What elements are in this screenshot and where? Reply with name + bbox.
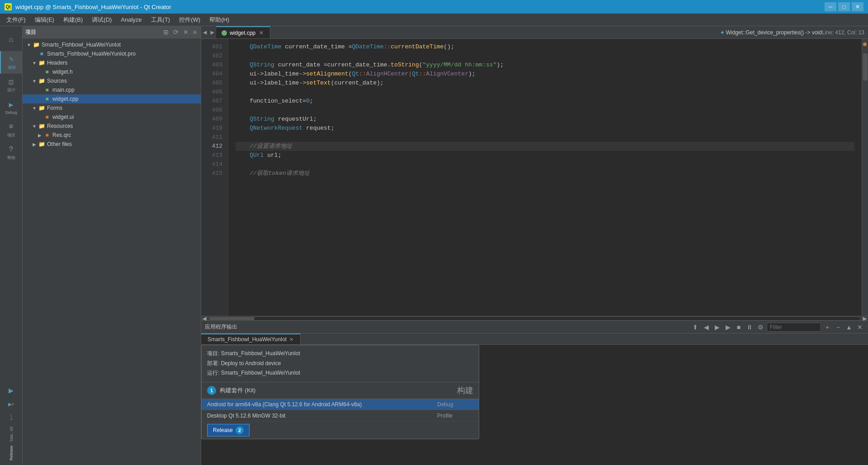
menu-edit[interactable]: 编辑(E) — [30, 14, 59, 26]
line-num-407: 407 — [201, 97, 228, 106]
code-line-411 — [236, 133, 854, 142]
close-button[interactable]: ✕ — [852, 2, 863, 11]
menu-file[interactable]: 文件(F) — [2, 14, 30, 26]
output-prev-btn[interactable]: ◀ — [702, 323, 711, 332]
panel-menu-icon[interactable]: ≡ — [192, 28, 198, 36]
menu-tools[interactable]: 工具(T) — [146, 14, 175, 26]
output-tab-close[interactable]: ✕ — [288, 337, 294, 342]
arrow-icon: ▼ — [26, 42, 32, 47]
run-button[interactable]: ▶ — [3, 384, 19, 397]
window-title: widget.cpp @ Smarts_Fishbowl_HuaWeiYunIo… — [15, 4, 825, 10]
tree-resources-folder[interactable]: ▼ 📁 Resources — [23, 122, 201, 131]
tree-sources-folder[interactable]: ▼ 📁 Sources — [23, 76, 201, 85]
step1-badge: 1 — [207, 386, 216, 395]
tree-item-label: Smarts_Fishbowl_HuaWeiYunIot — [42, 42, 121, 48]
tree-forms-folder[interactable]: ▼ 📁 Forms — [23, 103, 201, 113]
menu-help[interactable]: 帮助(H) — [205, 14, 234, 26]
line-num-402: 402 — [201, 52, 228, 61]
sidebar-project-btn[interactable]: ≡ 项目 — [0, 119, 23, 141]
output-run-btn[interactable]: ▶ — [723, 323, 732, 332]
code-line-404: ui->label_time->setAlignment(Qt::AlignHC… — [236, 70, 854, 79]
run-debug-button[interactable]: ▶D — [3, 398, 19, 410]
stop-button[interactable]: ⤵ — [3, 411, 19, 424]
filter-icon[interactable]: ⊞ — [162, 28, 170, 36]
sidebar-edit-btn[interactable]: ✎ 编辑 — [0, 51, 23, 74]
tree-item-label: widget.h — [52, 69, 73, 75]
output-plus-btn[interactable]: + — [823, 323, 832, 332]
output-pause-btn[interactable]: ⏸ — [745, 323, 754, 332]
minimize-button[interactable]: ─ — [825, 2, 836, 11]
output-settings-btn[interactable]: ⚙ — [756, 323, 765, 332]
output-next-btn[interactable]: ▶ — [712, 323, 722, 332]
menu-controls[interactable]: 控件(W) — [175, 14, 205, 26]
folder-icon: 📁 — [38, 59, 45, 66]
output-filter-input[interactable] — [767, 323, 821, 332]
arrow-icon: ▼ — [32, 78, 37, 84]
line-num-412: 412 — [201, 142, 228, 151]
line-numbers: 401 402 403 404 405 406 407 408 409 410 … — [201, 39, 228, 316]
kit-row-android[interactable]: Android for arm64-v8a (Clang Qt 5.12.6 f… — [202, 399, 479, 410]
sidebar-help-btn[interactable]: ? 帮助 — [0, 141, 23, 164]
code-line-409: QString requestUrl; — [236, 115, 854, 124]
arrow-icon: ▼ — [32, 60, 37, 66]
tree-item-label: Smarts_Fishbowl_HuaWeiYunIot.pro — [47, 51, 136, 57]
sync-icon[interactable]: ⟳ — [172, 28, 180, 36]
tree-widget-h[interactable]: ■ widget.h — [23, 67, 201, 76]
right-scrollbar[interactable] — [862, 39, 868, 316]
line-num-403: 403 — [201, 61, 228, 70]
line-num-401: 401 — [201, 42, 228, 52]
project-panel-title: 项目 — [25, 28, 36, 36]
output-stop-btn[interactable]: ■ — [734, 323, 743, 332]
sidebar-design-btn[interactable]: ◫ 设计 — [0, 74, 23, 96]
sidebar-debug-btn[interactable]: ▶ Debug — [0, 96, 23, 119]
kit-row-desktop[interactable]: Desktop Qt 5.12.6 MinGW 32-bit Profile — [202, 410, 479, 422]
project-tree: ▼ 📁 Smarts_Fishbowl_HuaWeiYunIot ■ Smart… — [23, 38, 201, 465]
menu-analyze[interactable]: Analyze — [116, 14, 146, 25]
tree-item-label: Other files — [47, 141, 72, 147]
tree-main-cpp[interactable]: ■ main.cpp — [23, 85, 201, 94]
horizontal-scrollbar[interactable]: ◀ ▶ — [201, 316, 868, 320]
output-expand-btn[interactable]: ▲ — [844, 323, 854, 332]
folder-icon: 📁 — [38, 104, 45, 112]
tree-other-files[interactable]: ▶ 📁 Other files — [23, 140, 201, 149]
tree-widget-ui[interactable]: ■ widget.ui — [23, 113, 201, 122]
tree-root[interactable]: ▼ 📁 Smarts_Fishbowl_HuaWeiYunIot — [23, 40, 201, 49]
tree-res-qrc[interactable]: ▶ ■ Res.qrc — [23, 131, 201, 140]
line-num-406: 406 — [201, 88, 228, 97]
kit-overlay-wrapper: 项目: Smarts_Fishbowl_HuaWeiYunIot 部署: Dep… — [201, 345, 868, 465]
output-minus-btn[interactable]: − — [834, 323, 843, 332]
editor-tab-widget-cpp[interactable]: widget.cpp ✕ — [216, 26, 270, 38]
line-num-409: 409 — [201, 115, 228, 124]
tab-nav-next[interactable]: ▶ — [208, 26, 216, 38]
output-panel-header: 应用程序输出 ⬆ ◀ ▶ ▶ ■ ⏸ ⚙ + − ▲ ✕ — [201, 321, 868, 333]
editor-area: ◀ ▶ widget.cpp ✕ ◆ Widget::Get_device_pr… — [201, 26, 868, 465]
tree-pro-file[interactable]: ■ Smarts_Fishbowl_HuaWeiYunIot.pro — [23, 49, 201, 58]
line-num-413: 413 — [201, 151, 228, 160]
kit-column-header-build: 构建 — [457, 385, 473, 396]
release-selected-item[interactable]: Release 2 — [207, 424, 250, 437]
tree-headers-folder[interactable]: ▼ 📁 Headers — [23, 58, 201, 67]
arrow-icon: ▶ — [37, 132, 42, 138]
output-panel: 应用程序输出 ⬆ ◀ ▶ ▶ ■ ⏸ ⚙ + − ▲ ✕ — [201, 320, 868, 465]
edit-label: 编辑 — [8, 65, 16, 70]
close-panel-icon[interactable]: ✕ — [182, 28, 190, 36]
tab-nav-prev[interactable]: ◀ — [201, 26, 208, 38]
project-label: 项目 — [7, 132, 15, 138]
output-tab-smarts[interactable]: Smarts_Fishbowl_HuaWeiYunIot ✕ — [201, 333, 301, 344]
pro-icon: ■ — [38, 50, 45, 57]
output-close-btn[interactable]: ✕ — [855, 323, 864, 332]
tab-close-button[interactable]: ✕ — [258, 30, 264, 36]
menu-debug[interactable]: 调试(D) — [87, 14, 116, 26]
maximize-button[interactable]: □ — [838, 2, 850, 11]
menu-build[interactable]: 构建(B) — [59, 14, 87, 26]
tree-widget-cpp[interactable]: ■ widget.cpp — [23, 94, 201, 103]
code-content[interactable]: QDateTime current_date_time =QDateTime::… — [228, 39, 862, 316]
arrow-icon — [37, 87, 42, 93]
code-line-402 — [236, 52, 854, 61]
kit-run-label: 运行: Smarts_Fishbowl_HuaWeiYunIot — [207, 368, 473, 378]
output-upload-btn[interactable]: ⬆ — [691, 323, 700, 332]
project-header-actions: ⊞ ⟳ ✕ ≡ — [162, 28, 198, 36]
error-indicator — [863, 42, 867, 46]
sidebar-welcome-btn[interactable]: ⌂ — [0, 28, 23, 51]
line-num-405: 405 — [201, 79, 228, 88]
